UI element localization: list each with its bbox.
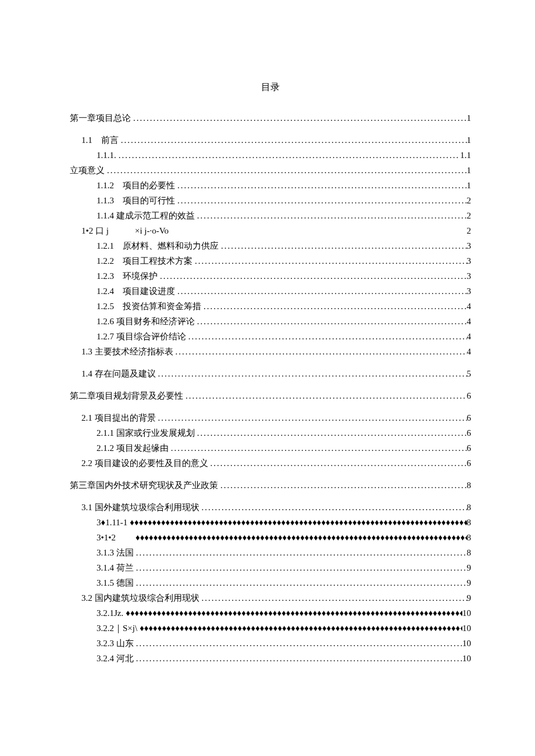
toc-entry: 1.1.2 项目的必要性............................…: [70, 178, 471, 192]
toc-entry: 1.2.5 投资估算和资金筹措.........................…: [70, 299, 471, 313]
toc-leader: ........................................…: [218, 478, 467, 492]
toc-entry-label: 3.2.2｜S×j\: [97, 621, 137, 635]
toc-entry-page: 5: [467, 367, 472, 381]
toc-entry: 1•2 口 j ×i j-·o-Vo2: [70, 224, 471, 238]
toc-leader: ........................................…: [201, 299, 467, 313]
toc-entry-label: 2.1 项目提出的背景: [81, 411, 156, 425]
toc-entry-page: 8: [467, 500, 472, 514]
toc-entry: 第二章项目规划背景及必要性...........................…: [70, 389, 471, 403]
toc-entry: 3.2.4 河北................................…: [70, 651, 471, 665]
toc-entry-page: 4: [467, 299, 472, 313]
toc-entry-label: 1.1 前言: [81, 133, 119, 147]
toc-entry: 2.1 项目提出的背景.............................…: [70, 411, 471, 425]
toc-entry-label: 1.3 主要技术经济指标表: [81, 345, 173, 359]
toc-entry-page: 3: [467, 284, 472, 298]
toc-entry-label: 1.2.2 项目工程技术方案: [97, 254, 192, 268]
toc-entry: 3•1•2 ♦♦♦♦♦♦♦♦♦♦♦♦♦♦♦♦♦♦♦♦♦♦♦♦♦♦♦♦♦♦♦♦♦♦…: [70, 531, 471, 544]
toc-entry-label: 第二章项目规划背景及必要性: [70, 389, 183, 403]
toc-leader: ........................................…: [158, 269, 467, 283]
toc-entry: 2.2 项目建设的必要性及目的意义.......................…: [70, 456, 471, 470]
toc-entry-label: 3♦1.11-1: [97, 515, 127, 529]
toc-entry-label: 1.2.4 项目建设进度: [97, 284, 175, 298]
toc-entry-label: 1.2.1 原材料、燃料和动力供应: [97, 239, 219, 253]
toc-leader: ........................................…: [156, 411, 467, 425]
toc-entry-page: 1: [467, 178, 472, 192]
toc-entry-label: 第一章项目总论: [70, 111, 131, 125]
toc-leader: ♦♦♦♦♦♦♦♦♦♦♦♦♦♦♦♦♦♦♦♦♦♦♦♦♦♦♦♦♦♦♦♦♦♦♦♦♦♦♦♦…: [123, 606, 462, 620]
toc-entry-label: 立项意义: [70, 163, 105, 177]
toc-leader: ........................................…: [156, 367, 467, 381]
toc-leader: ........................................…: [134, 576, 467, 590]
toc-entry-label: 3.2.3 山东: [97, 636, 134, 650]
toc-entry-label: 1.1.4 建成示范工程的效益: [97, 209, 195, 223]
toc-entry-page: 6: [467, 441, 472, 455]
toc-entry-label: 3.1 国外建筑垃圾综合利用现状: [81, 500, 199, 514]
toc-entry: 3.1.3 法国................................…: [70, 546, 471, 560]
toc-entry-label: 1.2.5 投资估算和资金筹措: [97, 299, 201, 313]
toc-entry: 1.2.3 环境保护..............................…: [70, 269, 471, 283]
toc-entry: 第一章项目总论.................................…: [70, 111, 471, 125]
toc-entry-label: 2.1.2 项目发起缘由: [97, 441, 169, 455]
toc-entry: 1.3 主要技术经济指标表...........................…: [70, 345, 471, 359]
toc-leader: ........................................…: [175, 178, 467, 192]
toc-entry: 1.2.2 项目工程技术方案..........................…: [70, 254, 471, 268]
toc-entry-page: 3: [467, 269, 472, 283]
toc-title: 目录: [70, 81, 471, 94]
toc-entry-label: 1.2.7 项目综合评价结论: [97, 329, 186, 343]
toc-leader: ........................................…: [219, 239, 467, 253]
toc-body: 第一章项目总论.................................…: [70, 111, 471, 665]
toc-entry: 3.1.4 荷兰................................…: [70, 561, 471, 575]
toc-entry: 1.2.4 项目建设进度............................…: [70, 284, 471, 298]
toc-entry-page: 2: [467, 194, 472, 207]
toc-entry-page: 1: [467, 163, 472, 177]
toc-entry: 1.1 前言..................................…: [70, 133, 471, 147]
toc-leader: ........................................…: [195, 209, 467, 223]
toc-entry-page: 4: [467, 345, 472, 359]
toc-entry-label: 3.1.3 法国: [97, 546, 134, 560]
toc-leader: ........................................…: [175, 284, 467, 298]
toc-entry-page: 9: [467, 561, 472, 575]
toc-leader: ........................................…: [173, 345, 467, 359]
toc-entry-label: 2.2 项目建设的必要性及目的意义: [81, 456, 208, 470]
toc-entry-label: 1.2.6 项目财务和经济评论: [97, 314, 195, 328]
toc-entry: 1.2.6 项目财务和经济评论.........................…: [70, 314, 471, 328]
toc-leader: ........................................…: [183, 389, 467, 403]
toc-entry-page: 4: [467, 314, 472, 328]
toc-entry: 2.1.1 国家或行业发展规划.........................…: [70, 426, 471, 440]
toc-entry-page: 6: [467, 456, 472, 470]
toc-entry-page: 10: [462, 606, 471, 620]
toc-entry: 1.1.1...................................…: [70, 148, 471, 162]
toc-leader: ........................................…: [175, 194, 467, 207]
toc-entry-page: 1: [467, 111, 472, 125]
toc-leader: ♦♦♦♦♦♦♦♦♦♦♦♦♦♦♦♦♦♦♦♦♦♦♦♦♦♦♦♦♦♦♦♦♦♦♦♦♦♦♦♦…: [137, 621, 462, 635]
toc-entry-page: 6: [467, 389, 472, 403]
toc-entry-page: 8: [467, 478, 472, 492]
toc-entry: 1.1.3 项目的可行性............................…: [70, 194, 471, 207]
toc-entry-page: 1: [467, 133, 472, 147]
toc-entry: 1.1.4 建成示范工程的效益.........................…: [70, 209, 471, 223]
toc-entry-label: 1.4 存在问题及建议: [81, 367, 156, 381]
toc-leader: ........................................…: [134, 651, 462, 665]
toc-entry-page: 9: [467, 576, 472, 590]
toc-entry-page: 3: [467, 239, 472, 253]
toc-leader: ........................................…: [199, 500, 467, 514]
toc-leader: ........................................…: [131, 111, 467, 125]
toc-entry-label: 1.1.3 项目的可行性: [97, 194, 175, 207]
toc-entry-page: 3: [467, 254, 472, 268]
toc-leader: ........................................…: [116, 148, 461, 162]
toc-entry: 1.2.1 原材料、燃料和动力供应.......................…: [70, 239, 471, 253]
toc-leader: ........................................…: [134, 636, 462, 650]
toc-entry: 2.1.2 项目发起缘由............................…: [70, 441, 471, 455]
toc-entry-page: 10: [462, 636, 471, 650]
toc-entry-page: 8: [467, 546, 472, 560]
toc-entry-label: 3.1.5 德国: [97, 576, 134, 590]
toc-entry-label: 3.2.1Jz.: [97, 606, 123, 620]
toc-entry-label: 1.1.2 项目的必要性: [97, 178, 175, 192]
toc-entry: 3.2.3 山东................................…: [70, 636, 471, 650]
toc-entry-label: 3.2.4 河北: [97, 651, 134, 665]
toc-entry-page: 8: [467, 515, 472, 529]
toc-entry-label: 2.1.1 国家或行业发展规划: [97, 426, 195, 440]
toc-entry-label: 1•2 口 j ×i j-·o-Vo: [81, 224, 169, 238]
toc-leader: ........................................…: [134, 561, 467, 575]
toc-entry-page: 10: [462, 621, 471, 635]
